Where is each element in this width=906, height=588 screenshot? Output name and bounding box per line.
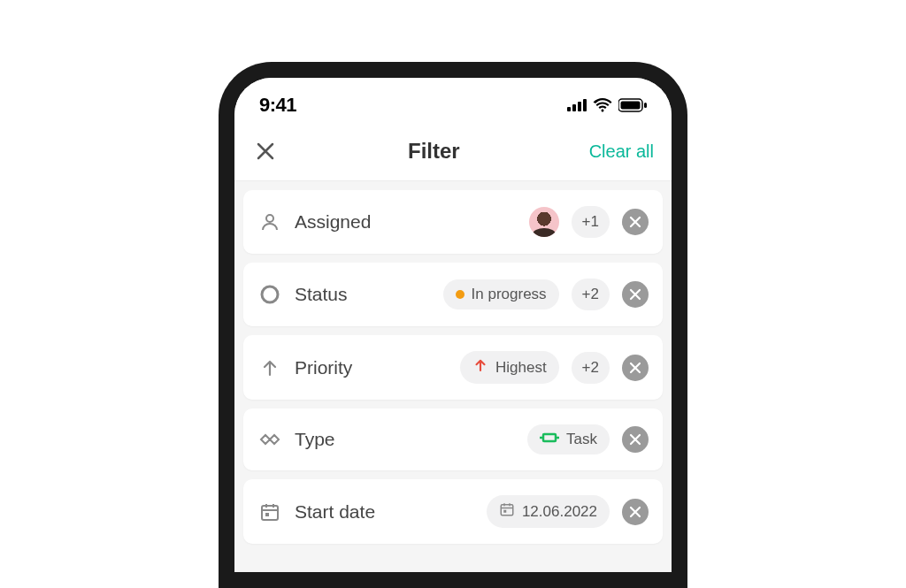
battery-icon [618, 98, 647, 112]
calendar-icon [257, 500, 282, 524]
screen: 9:41 Filter Clear all [234, 78, 672, 572]
status-time: 9:41 [259, 94, 296, 117]
task-icon [540, 431, 559, 448]
filter-label: Start date [295, 501, 474, 523]
svg-point-7 [266, 215, 273, 222]
remove-filter-button[interactable] [622, 426, 649, 453]
filter-row-type[interactable]: Type Task [243, 409, 663, 470]
chip-text: Highest [495, 359, 547, 377]
chip-text: Task [566, 431, 597, 448]
svg-rect-21 [503, 510, 506, 513]
type-chip: Task [527, 424, 610, 454]
calendar-small-icon [499, 501, 515, 522]
chip-text: 12.06.2022 [522, 503, 597, 521]
filter-label: Type [295, 429, 515, 450]
wifi-icon [593, 98, 612, 112]
more-count-badge: +2 [572, 279, 610, 310]
filter-label: Assigned [295, 211, 517, 233]
svg-point-8 [262, 286, 278, 302]
remove-filter-button[interactable] [622, 499, 649, 525]
page-title: Filter [279, 139, 589, 164]
status-indicators [567, 98, 647, 112]
avatar [529, 207, 559, 237]
person-icon [257, 210, 282, 234]
priority-highest-icon [472, 357, 488, 378]
type-icon [257, 427, 282, 452]
remove-filter-button[interactable] [622, 355, 649, 381]
filter-row-start-date[interactable]: Start date 12.06.2022 [243, 479, 663, 544]
clear-all-button[interactable]: Clear all [589, 141, 654, 162]
svg-rect-17 [501, 505, 513, 515]
remove-filter-button[interactable] [622, 209, 649, 235]
filter-row-status[interactable]: Status In progress +2 [243, 263, 663, 326]
date-chip: 12.06.2022 [487, 495, 610, 528]
status-dot-icon [456, 290, 465, 299]
svg-rect-1 [572, 104, 576, 111]
svg-rect-5 [621, 102, 641, 110]
svg-rect-0 [567, 107, 571, 111]
remove-filter-button[interactable] [622, 281, 649, 308]
svg-rect-9 [543, 434, 556, 441]
filter-list: Assigned +1 Status In progress +2 [234, 181, 672, 572]
chip-text: In progress [472, 286, 547, 303]
filter-label: Priority [295, 357, 448, 378]
filter-label: Status [295, 284, 431, 305]
status-bar: 9:41 [234, 78, 672, 126]
device-frame: 9:41 Filter Clear all [219, 62, 687, 588]
arrow-up-icon [257, 355, 282, 380]
svg-rect-3 [583, 99, 587, 111]
svg-rect-2 [578, 102, 581, 111]
more-count-badge: +1 [572, 206, 610, 238]
svg-rect-16 [265, 513, 269, 516]
header: Filter Clear all [234, 126, 672, 181]
circle-icon [257, 282, 282, 307]
svg-rect-6 [644, 103, 647, 108]
close-button[interactable] [252, 138, 279, 164]
svg-rect-12 [262, 506, 278, 520]
priority-chip: Highest [460, 351, 559, 384]
more-count-badge: +2 [572, 352, 610, 384]
status-chip: In progress [443, 279, 559, 309]
filter-row-priority[interactable]: Priority Highest +2 [243, 335, 663, 400]
cellular-signal-icon [567, 99, 587, 111]
filter-row-assigned[interactable]: Assigned +1 [243, 190, 663, 254]
